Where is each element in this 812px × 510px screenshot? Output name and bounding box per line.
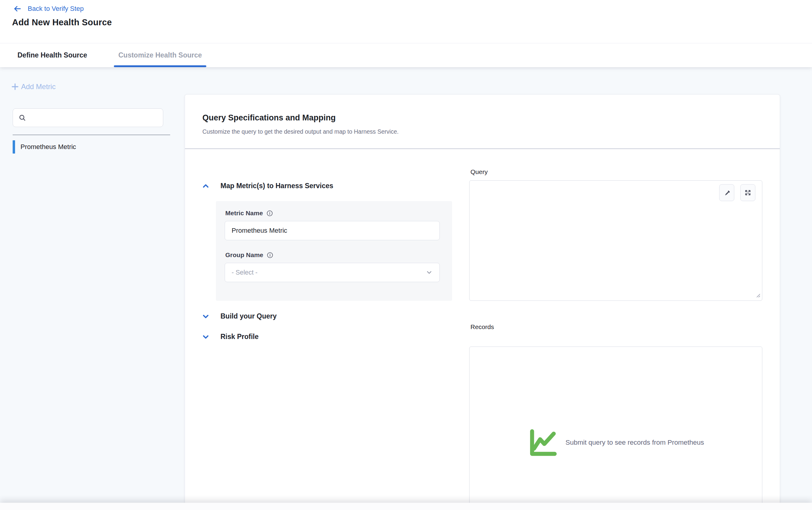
metric-name-label: Metric Name [225,210,273,217]
screen: Back to Verify Step Add New Health Sourc… [0,0,812,510]
line-chart-icon [527,427,557,458]
records-panel: Submit query to see records from Prometh… [469,347,762,504]
section-risk-profile[interactable]: Risk Profile [202,333,259,341]
chevron-down-icon [426,269,433,276]
tabs-bar: Define Health Source Customize Health So… [0,43,812,67]
section-build-query[interactable]: Build your Query [202,312,277,320]
card-subtitle: Customize the query to get the desired o… [202,128,399,135]
chevron-up-icon [202,182,210,190]
pencil-icon [723,189,731,197]
section-risk-profile-label: Risk Profile [221,333,259,341]
query-textarea[interactable] [469,181,762,300]
bottom-sticky-bar-edge [0,503,812,510]
card-header-divider [185,148,780,149]
chevron-down-icon [202,333,210,341]
metric-name-input[interactable] [225,221,440,240]
sidebar-divider [13,134,170,135]
plus-icon [11,83,19,91]
add-metric-button[interactable]: Add Metric [11,83,56,91]
section-map-metrics[interactable]: Map Metric(s) to Harness Services [202,182,334,190]
group-name-select[interactable]: - Select - [225,263,440,282]
app-header: Back to Verify Step Add New Health Sourc… [0,0,812,43]
back-arrow-icon [13,4,22,13]
records-empty-message: Submit query to see records from Prometh… [565,439,704,447]
edit-query-button[interactable] [719,184,734,201]
metric-search-box [13,109,163,127]
query-editor [469,180,762,301]
tab-define-health-source[interactable]: Define Health Source [13,43,92,67]
expand-query-button[interactable] [740,184,755,201]
metric-list-item[interactable]: Prometheus Metric [13,140,170,154]
records-empty-state: Submit query to see records from Prometh… [469,427,762,458]
resize-grip-icon[interactable] [754,291,761,300]
map-metrics-panel: Metric Name Group Name [216,201,452,301]
search-icon [18,114,27,122]
query-label: Query [470,168,488,176]
info-icon[interactable] [266,210,273,216]
fullscreen-expand-icon [744,189,752,197]
selected-indicator-bar [13,140,15,154]
tab-customize-label: Customize Health Source [118,51,202,59]
query-specifications-card: Query Specifications and Mapping Customi… [185,94,780,504]
metric-item-label: Prometheus Metric [21,143,76,151]
metric-name-label-text: Metric Name [225,210,263,217]
info-icon[interactable] [267,252,273,258]
group-name-label-text: Group Name [225,251,263,259]
tab-define-label: Define Health Source [18,51,87,59]
page-title: Add New Health Source [12,18,112,27]
records-label: Records [470,323,494,331]
tab-customize-health-source[interactable]: Customize Health Source [114,43,206,67]
section-build-query-label: Build your Query [221,312,277,320]
chevron-down-icon [202,312,210,320]
group-name-label: Group Name [225,251,273,259]
back-link[interactable]: Back to Verify Step [13,4,84,13]
section-map-metrics-label: Map Metric(s) to Harness Services [221,182,334,190]
back-link-label: Back to Verify Step [28,5,84,13]
add-metric-label: Add Metric [21,83,56,91]
group-name-placeholder: - Select - [232,269,258,276]
card-title: Query Specifications and Mapping [202,113,336,123]
search-input[interactable] [31,111,163,124]
